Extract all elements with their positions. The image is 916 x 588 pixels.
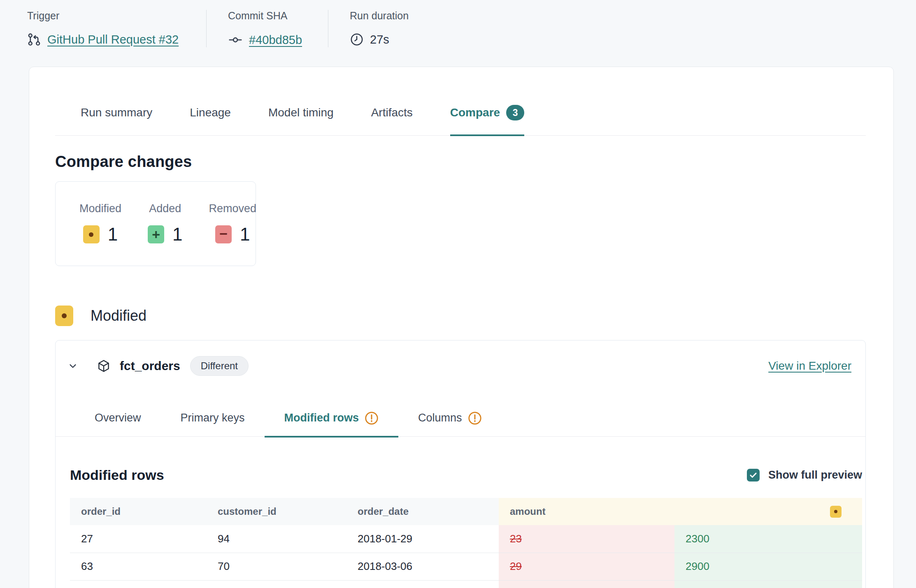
modified-rows-table: order_id customer_id order_date amount <box>70 498 862 588</box>
warning-icon <box>365 411 379 425</box>
model-tabs: Overview Primary keys Modified rows Colu… <box>56 411 865 437</box>
cell-amount-old: 29 <box>499 553 674 580</box>
model-card-fct-orders: fct_orders Different View in Explorer Ov… <box>55 340 866 588</box>
stat-modified-value: 1 <box>108 224 118 245</box>
table-row: 63 70 2018-03-06 29 2900 <box>70 553 862 580</box>
tab-model-timing[interactable]: Model timing <box>268 105 334 136</box>
modified-rows-section: Modified rows Show full preview order_id… <box>56 437 865 588</box>
pull-request-icon <box>27 32 41 46</box>
show-full-preview-checkbox[interactable] <box>747 469 760 482</box>
tab-run-summary[interactable]: Run summary <box>81 105 152 136</box>
modified-section-header: Modified <box>55 306 866 326</box>
run-info-bar: Trigger GitHub Pull Request #32 Commit S… <box>0 0 916 47</box>
stat-modified-label: Modified <box>79 202 121 215</box>
check-icon <box>749 471 758 479</box>
cell-order-id <box>70 580 207 588</box>
stat-added-value: 1 <box>172 224 182 245</box>
column-header-customer-id: customer_id <box>207 498 346 525</box>
compare-changes-heading: Compare changes <box>55 153 866 171</box>
stat-added: Added + 1 <box>148 202 182 245</box>
cell-order-id: 27 <box>70 525 207 553</box>
table-row: 27 94 2018-01-29 23 2300 <box>70 525 862 553</box>
modified-rows-heading: Modified rows <box>70 467 164 483</box>
compare-summary-card: Modified 1 Added + 1 Removed − 1 <box>55 181 256 266</box>
clock-icon <box>350 32 364 46</box>
modified-dot-icon <box>83 225 100 243</box>
pull-request-link[interactable]: GitHub Pull Request #32 <box>47 33 179 46</box>
stat-removed-value: 1 <box>240 224 250 245</box>
tab-compare[interactable]: Compare 3 <box>450 105 524 136</box>
commit-column: Commit SHA #40bd85b <box>206 10 328 47</box>
stat-modified: Modified 1 <box>79 202 121 245</box>
run-duration-label: Run duration <box>350 10 409 22</box>
cell-order-date: 2018-03-06 <box>346 553 499 580</box>
compare-count-badge: 3 <box>506 105 524 120</box>
model-card-header: fct_orders Different View in Explorer <box>56 340 865 376</box>
stat-removed: Removed − 1 <box>209 202 257 245</box>
tab-lineage[interactable]: Lineage <box>190 105 231 136</box>
model-name: fct_orders <box>120 359 180 373</box>
trigger-column: Trigger GitHub Pull Request #32 <box>27 10 206 47</box>
run-detail-card: Run summary Lineage Model timing Artifac… <box>29 67 894 588</box>
duration-column: Run duration 27s <box>328 10 432 47</box>
minus-icon: − <box>215 225 232 243</box>
column-header-amount: amount <box>499 498 862 525</box>
table-header-row: order_id customer_id order_date amount <box>70 498 862 525</box>
cell-order-date: 2018-01-29 <box>346 525 499 553</box>
modified-section-heading: Modified <box>91 307 146 324</box>
commit-icon <box>228 32 243 47</box>
cell-amount-new: 2900 <box>674 553 862 580</box>
cell-order-id: 63 <box>70 553 207 580</box>
modified-section-icon <box>55 306 73 326</box>
plus-icon: + <box>148 225 164 243</box>
commit-sha-label: Commit SHA <box>228 10 304 22</box>
chevron-down-icon[interactable] <box>67 360 79 372</box>
cell-amount-old: 23 <box>499 525 674 553</box>
column-header-order-date: order_date <box>346 498 499 525</box>
cell-customer-id: 94 <box>207 525 346 553</box>
show-full-preview-label[interactable]: Show full preview <box>768 469 862 482</box>
tab-primary-keys[interactable]: Primary keys <box>161 411 265 438</box>
tab-columns[interactable]: Columns <box>398 411 502 438</box>
view-in-explorer-link[interactable]: View in Explorer <box>768 359 851 373</box>
run-duration-value: 27s <box>370 33 389 46</box>
tab-modified-rows[interactable]: Modified rows <box>265 411 399 438</box>
table-row <box>70 580 862 588</box>
trigger-label: Trigger <box>27 10 182 22</box>
cell-amount-new <box>674 580 862 588</box>
run-tabs: Run summary Lineage Model timing Artifac… <box>55 105 866 136</box>
tab-artifacts[interactable]: Artifacts <box>371 105 413 136</box>
stat-added-label: Added <box>149 202 181 215</box>
cell-order-date <box>346 580 499 588</box>
modified-column-indicator-icon <box>830 506 842 518</box>
package-icon <box>97 359 111 373</box>
commit-sha-link[interactable]: #40bd85b <box>249 33 302 47</box>
stat-removed-label: Removed <box>209 202 257 215</box>
status-badge: Different <box>190 356 249 376</box>
cell-customer-id <box>207 580 346 588</box>
cell-amount-new: 2300 <box>674 525 862 553</box>
cell-amount-old <box>499 580 674 588</box>
cell-customer-id: 70 <box>207 553 346 580</box>
show-full-preview-toggle[interactable]: Show full preview <box>747 469 862 482</box>
column-header-order-id: order_id <box>70 498 207 525</box>
tab-overview[interactable]: Overview <box>75 411 161 438</box>
warning-icon <box>468 411 482 425</box>
